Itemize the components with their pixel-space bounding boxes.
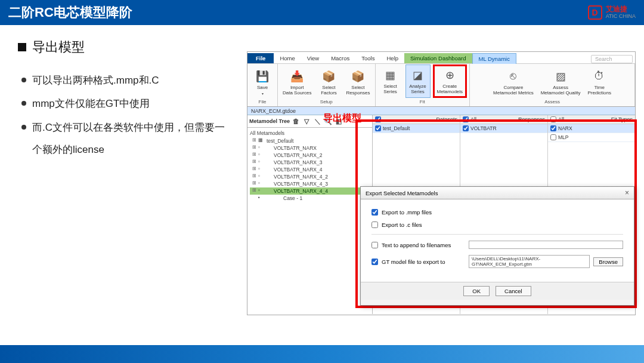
save-button[interactable]: 💾 Save ▾ <box>250 66 275 98</box>
export-c-row: Export to .c files <box>371 222 623 228</box>
slide-title-bar: 二阶RC电芯模型降阶 D 艾迪捷 ATIC CHINA <box>0 0 644 25</box>
time-predictions-button[interactable]: ⏱ Time Predictions <box>585 66 614 98</box>
col-header-label: Responses <box>518 116 545 122</box>
slide-footer <box>0 345 644 363</box>
model-icon: ▫ <box>258 152 260 157</box>
export-mmp-row: Export to .mmp files <box>371 209 623 216</box>
gtmodel-row: GT model file to export to \Users\DELL\D… <box>371 255 623 268</box>
ribbon-group-label: Assess <box>541 99 564 105</box>
menu-bar: File Home View Macros Tools Help Simulat… <box>247 52 635 64</box>
select-series-button[interactable]: ▦ Select Series <box>378 64 403 98</box>
analyze-icon: ◪ <box>410 67 426 83</box>
menu-ml-dynamic[interactable]: ML Dynamic <box>472 53 516 64</box>
compare-metamodel-button[interactable]: ⎋ Compare Metamodel Metrics <box>491 66 536 98</box>
tree-body[interactable]: All Metamodels ▦ test_Default ▫VOLTBATR_… <box>247 128 372 314</box>
folder-icon: ▦ <box>258 137 263 143</box>
gtmodel-check[interactable] <box>371 259 378 265</box>
quality-icon: ▨ <box>553 69 568 84</box>
ok-button[interactable]: OK <box>463 286 490 296</box>
tree-item[interactable]: ▫VOLTBATR_NARX_4 <box>250 166 370 173</box>
compare-icon: ⎋ <box>506 69 521 84</box>
tree-parent[interactable]: ▦ test_Default <box>250 137 370 144</box>
select-factors-button[interactable]: 📦 Select Factors <box>316 66 341 98</box>
tree-item[interactable]: ▫VOLTBATR_NARX_4_4 <box>250 187 370 195</box>
series-icon: ▦ <box>383 67 398 83</box>
ribbon-group-label: Fit <box>416 99 429 105</box>
append-text-check[interactable] <box>371 242 378 248</box>
model-icon: ▫ <box>258 159 260 164</box>
export-mmp-check[interactable] <box>371 209 378 216</box>
ribbon-group-label: File <box>255 99 270 105</box>
responses-all-check[interactable] <box>463 116 469 122</box>
tree-item[interactable]: ▫VOLTBATR_NARX_3 <box>250 159 370 166</box>
fittypes-all-check[interactable] <box>550 116 556 122</box>
time-icon: ⏱ <box>592 69 607 84</box>
slide-title: 二阶RC电芯模型降阶 <box>8 4 132 21</box>
dataset-item[interactable]: test_Default <box>373 124 460 133</box>
select-responses-button[interactable]: 📦 Select Responses <box>343 66 372 98</box>
datasets-all-check[interactable] <box>375 116 381 122</box>
browse-button[interactable]: Browse <box>593 257 623 266</box>
model-icon: ▫ <box>258 144 260 150</box>
model-icon: ▫ <box>258 187 260 193</box>
chevron-down-icon: ▾ <box>262 91 264 96</box>
export-c-check[interactable] <box>371 222 378 228</box>
assess-quality-button[interactable]: ▨ Assess Metamodel Quality <box>538 66 583 98</box>
menu-file[interactable]: File <box>247 53 274 63</box>
response-item[interactable]: VOLTBATR <box>460 124 547 133</box>
import-icon: 📥 <box>289 69 305 84</box>
metamodel-tree-panel: Metamodel Tree 🗑 ▽ ＼ 🔍 ◧ All Metamodels … <box>247 115 373 314</box>
create-metamodels-button[interactable]: ⊕ Create Metamodels <box>433 64 467 98</box>
tree-item[interactable]: ▫VOLTBATR_NARX <box>250 144 370 152</box>
fittype-item[interactable]: NARX <box>548 124 635 133</box>
ribbon-group-setup: 📥 Import Data Sources 📦 Select Factors 📦… <box>278 64 376 106</box>
menu-view[interactable]: View <box>301 53 325 63</box>
ribbon-group-fit: ▦ Select Series ◪ Analyze Series ⊕ Creat… <box>376 64 470 106</box>
responses-icon: 📦 <box>350 69 366 84</box>
menu-tools[interactable]: Tools <box>355 53 380 63</box>
analyze-series-button[interactable]: ◪ Analyze Series <box>405 64 431 98</box>
create-icon: ⊕ <box>442 67 457 83</box>
bullet-item: 而.C文件可以在各类软件中使用，但需要一个额外的license <box>18 116 233 161</box>
save-icon: 💾 <box>255 69 270 84</box>
ribbon-group-file: 💾 Save ▾ File <box>247 64 278 106</box>
menu-home[interactable]: Home <box>274 53 301 63</box>
datasets-header: Datasets <box>373 115 460 124</box>
cancel-button[interactable]: Cancel <box>496 286 531 296</box>
export-mmp-label: Export to .mmp files <box>382 209 432 216</box>
append-text-row: Text to append to filenames <box>371 241 623 249</box>
tree-tool-edit-icon[interactable]: ＼ <box>312 116 322 126</box>
search-input[interactable]: Search <box>591 55 633 63</box>
tree-tool-filter-icon[interactable]: ▽ <box>302 116 311 126</box>
model-icon: ▫ <box>258 173 260 179</box>
append-text-field[interactable] <box>469 241 623 249</box>
menu-help[interactable]: Help <box>380 53 404 63</box>
export-c-label: Export to .c files <box>382 222 422 228</box>
menu-macros[interactable]: Macros <box>325 53 355 63</box>
dialog-body: Export to .mmp files Export to .c files … <box>361 199 634 282</box>
fittype-item[interactable]: MLP <box>548 133 635 142</box>
fittype-check[interactable] <box>550 125 556 131</box>
tree-item[interactable]: ▫VOLTBATR_NARX_2 <box>250 152 370 159</box>
tree-root[interactable]: All Metamodels <box>250 130 370 136</box>
tree-item[interactable]: ▫VOLTBATR_NARX_4_2 <box>250 173 370 180</box>
gtmodel-path-field[interactable]: \Users\DELL\Desktop\11\NARX-GT\NARX_ECM_… <box>469 255 590 268</box>
logo-icon: D <box>588 5 602 20</box>
import-data-sources-button[interactable]: 📥 Import Data Sources <box>280 66 314 98</box>
dialog-buttons: OK Cancel <box>361 282 634 300</box>
tree-header-label: Metamodel Tree <box>249 118 290 124</box>
tree-item[interactable]: ▫VOLTBATR_NARX_4_3 <box>250 180 370 187</box>
close-icon[interactable]: × <box>625 189 629 197</box>
fittype-check[interactable] <box>550 134 556 140</box>
tree-case[interactable]: ▪Case - 1 <box>250 195 370 202</box>
dialog-titlebar: Export Selected Metamodels × <box>361 187 634 199</box>
response-check[interactable] <box>463 125 469 131</box>
dataset-check[interactable] <box>375 125 381 131</box>
export-dialog: Export Selected Metamodels × Export to .… <box>360 186 634 306</box>
model-icon: ▫ <box>258 166 260 171</box>
menu-simulation-dashboard[interactable]: Simulation Dashboard <box>404 53 472 63</box>
ribbon-group-label: Setup <box>317 99 336 105</box>
tree-tool-delete-icon[interactable]: 🗑 <box>291 116 301 126</box>
bullet-column: 导出模型 可以导出两种格式.mmp和.C mmp文件仅能在GT中使用 而.C文件… <box>18 38 233 162</box>
logo: D 艾迪捷 ATIC CHINA <box>588 5 636 20</box>
